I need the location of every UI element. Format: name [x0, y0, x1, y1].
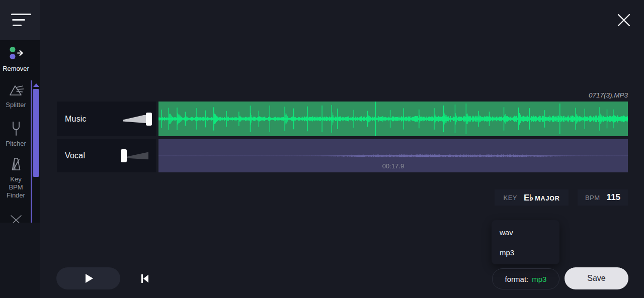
current-time-label: 00:17.9: [158, 162, 628, 170]
vocal-volume-slider[interactable]: [121, 148, 148, 163]
sidebar-item-pitcher[interactable]: Pitcher: [0, 121, 32, 148]
bpm-value: 115: [607, 192, 620, 203]
close-button[interactable]: [617, 14, 630, 27]
skip-to-start-icon: [141, 274, 149, 283]
play-button[interactable]: [56, 267, 120, 289]
hamburger-icon: [11, 14, 31, 30]
close-icon: [617, 14, 630, 27]
volume-wedge-icon: [123, 115, 146, 123]
prism-icon: [8, 83, 24, 100]
key-scale: MAJOR: [535, 195, 559, 202]
sidebar-item-label: Remover: [0, 65, 32, 73]
volume-wedge-icon: [127, 152, 148, 160]
vocal-track-label-box: Vocal: [57, 139, 156, 172]
bpm-label: BPM: [585, 194, 600, 202]
music-track-name: Music: [65, 115, 87, 124]
skip-to-start-button[interactable]: [141, 274, 149, 285]
sidebar-item-label: Key BPM Finder: [0, 175, 32, 200]
save-button[interactable]: Save: [565, 267, 628, 289]
crossed-lines-icon: [10, 214, 23, 223]
format-option-mp3[interactable]: mp3: [492, 242, 559, 262]
vocal-waveform-wrap: 00:17.9: [158, 139, 628, 172]
play-icon: [86, 274, 93, 283]
menu-button[interactable]: [0, 0, 40, 40]
sidebar-item-partial[interactable]: [0, 214, 32, 223]
vocal-volume-handle[interactable]: [121, 149, 127, 162]
sidebar-bottom: ? Support: [0, 223, 40, 298]
sidebar: Remover Splitter Pitch: [0, 0, 40, 298]
vocal-track-row: Vocal 00:17.9: [57, 139, 628, 172]
sidebar-item-key-bpm-finder[interactable]: Key BPM Finder: [0, 157, 32, 200]
app-window: Remover Splitter Pitch: [0, 0, 644, 298]
file-name: 0717(3).MP3: [589, 91, 628, 99]
main-panel: 0717(3).MP3 Music Vocal: [40, 0, 644, 298]
scrollbar-up-arrow[interactable]: [33, 83, 39, 87]
music-waveform-wrap: [158, 102, 628, 136]
metronome-icon: [10, 157, 23, 174]
format-dropdown-menu: wav mp3: [492, 220, 559, 264]
music-volume-slider[interactable]: [123, 112, 152, 127]
bpm-badge: BPM 115: [578, 189, 628, 206]
format-button-label: format:: [505, 275, 529, 283]
vocal-track-name: Vocal: [65, 151, 85, 160]
scrollbar-track-line: [31, 80, 32, 223]
tracks-area: Music Vocal: [57, 102, 628, 175]
key-label: KEY: [503, 194, 517, 202]
format-button-value: mp3: [532, 275, 546, 283]
sidebar-item-label: Pitcher: [0, 140, 32, 148]
sidebar-item-remover[interactable]: Remover: [0, 45, 32, 73]
music-volume-handle[interactable]: [146, 113, 152, 126]
format-button[interactable]: format: mp3: [492, 268, 559, 289]
sidebar-nav: Remover Splitter Pitch: [0, 40, 40, 223]
key-value: E♭MAJOR: [524, 192, 560, 203]
sidebar-item-label: Splitter: [0, 101, 32, 109]
tuning-fork-icon: [11, 121, 22, 138]
remover-dots-arrow-icon: [8, 45, 25, 63]
key-badge: KEY E♭MAJOR: [495, 189, 569, 206]
music-track-row: Music: [57, 102, 628, 136]
music-waveform[interactable]: [158, 102, 628, 136]
sidebar-item-splitter[interactable]: Splitter: [0, 83, 32, 109]
format-option-wav[interactable]: wav: [492, 222, 559, 242]
scrollbar-thumb[interactable]: [33, 89, 39, 177]
key-note: E♭: [524, 193, 533, 203]
music-track-label-box: Music: [57, 102, 156, 136]
